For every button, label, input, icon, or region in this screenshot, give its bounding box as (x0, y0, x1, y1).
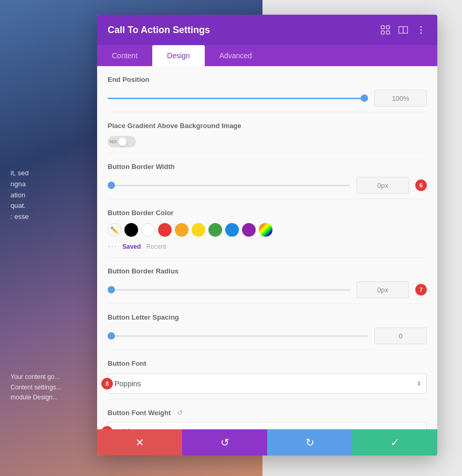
tabs-bar: Content Design Advanced (97, 45, 437, 66)
tab-content[interactable]: Content (97, 45, 152, 66)
split-icon[interactable] (397, 24, 409, 36)
section-border-color: Button Border Color ✏️ ··· Saved Recent (108, 199, 427, 258)
modal: Call To Action Settings (97, 15, 437, 456)
end-position-thumb[interactable] (361, 94, 368, 102)
modal-footer: ✕ ↺ ↻ ✓ (97, 429, 437, 456)
gradient-toggle-row: NO (108, 136, 427, 147)
save-button[interactable]: ✓ (352, 429, 437, 456)
border-radius-track (108, 289, 350, 291)
color-swatch-black[interactable] (124, 223, 138, 237)
color-pen-button[interactable]: ✏️ (108, 223, 121, 237)
color-swatch-white[interactable] (141, 223, 155, 237)
color-swatch-gradient[interactable] (259, 223, 272, 237)
border-width-track (108, 185, 350, 186)
border-radius-thumb[interactable] (108, 286, 115, 293)
border-width-label: Button Border Width (108, 163, 427, 171)
svg-rect-2 (381, 31, 384, 34)
section-letter-spacing: Button Letter Spacing (108, 304, 427, 350)
letter-spacing-slider[interactable] (108, 331, 368, 341)
color-saved-row: ··· Saved Recent (108, 241, 427, 252)
section-border-width: Button Border Width 6 (108, 153, 427, 199)
letter-spacing-track (108, 335, 368, 337)
svg-rect-1 (386, 26, 390, 29)
color-swatch-orange[interactable] (175, 223, 188, 237)
header-icons (380, 24, 427, 36)
border-width-input[interactable] (356, 177, 409, 194)
font-select-wrapper: 8 Poppins ⬍ (108, 374, 427, 394)
font-select[interactable]: Poppins (108, 374, 427, 394)
color-more-button[interactable]: ··· (108, 241, 117, 252)
color-palette: ✏️ (108, 223, 427, 237)
color-swatch-green[interactable] (208, 223, 222, 237)
font-weight-select[interactable]: Bold (108, 422, 427, 429)
font-weight-reset-icon[interactable]: ↺ (177, 409, 183, 417)
svg-point-8 (421, 33, 422, 34)
end-position-track (108, 98, 368, 99)
letter-spacing-slider-row (108, 327, 427, 344)
end-position-label: End Position (108, 76, 427, 83)
border-width-slider[interactable] (108, 180, 350, 191)
svg-rect-0 (381, 26, 384, 29)
border-radius-badge: 7 (415, 284, 427, 295)
font-badge: 8 (101, 378, 113, 389)
font-select-container: Poppins ⬍ (108, 374, 427, 394)
modal-title: Call To Action Settings (108, 25, 210, 36)
border-width-slider-row: 6 (108, 177, 427, 194)
gradient-toggle[interactable]: NO (108, 136, 136, 147)
end-position-slider[interactable] (108, 93, 368, 103)
font-weight-select-wrapper: 9 Bold ⬍ (108, 422, 427, 429)
modal-body: End Position Place Gradient Above Backgr… (97, 66, 437, 429)
border-width-thumb[interactable] (108, 182, 115, 189)
gradient-toggle-thumb (118, 137, 127, 146)
more-icon[interactable] (415, 24, 427, 36)
background-bottom-text: Your content go... Content settings... m… (0, 362, 94, 413)
color-swatch-red[interactable] (158, 223, 172, 237)
tab-design[interactable]: Design (152, 45, 205, 66)
section-font-weight: Button Font Weight ↺ 9 Bold ⬍ (108, 399, 427, 429)
background-body-text: it, sed ngna ation quat. : esse (0, 157, 94, 233)
modal-header: Call To Action Settings (97, 15, 437, 45)
reset-button[interactable]: ↺ (182, 429, 267, 456)
border-width-badge: 6 (415, 179, 427, 191)
border-radius-input[interactable] (356, 281, 409, 298)
letter-spacing-input[interactable] (374, 327, 427, 344)
font-weight-select-container: Bold ⬍ (108, 422, 427, 429)
section-font: Button Font 8 Poppins ⬍ (108, 350, 427, 399)
font-label: Button Font (108, 359, 427, 367)
cancel-button[interactable]: ✕ (97, 429, 182, 456)
border-radius-label: Button Border Radius (108, 267, 427, 275)
svg-rect-3 (386, 31, 390, 34)
letter-spacing-label: Button Letter Spacing (108, 313, 427, 321)
font-weight-label: Button Font Weight (108, 409, 171, 417)
border-color-label: Button Border Color (108, 209, 427, 217)
color-recent-label[interactable]: Recent (146, 243, 166, 250)
gradient-toggle-label: NO (110, 139, 117, 144)
color-saved-label[interactable]: Saved (122, 243, 141, 250)
section-border-radius: Button Border Radius 7 (108, 258, 427, 304)
font-weight-header-row: Button Font Weight ↺ (108, 409, 427, 417)
letter-spacing-thumb[interactable] (108, 332, 115, 340)
end-position-fill (108, 98, 368, 99)
tab-advanced[interactable]: Advanced (205, 45, 267, 66)
svg-point-7 (421, 29, 422, 31)
focus-icon[interactable] (380, 24, 391, 36)
color-swatch-blue[interactable] (225, 223, 239, 237)
section-gradient-above: Place Gradient Above Background Image NO (108, 112, 427, 153)
border-radius-slider-row: 7 (108, 281, 427, 298)
svg-point-6 (421, 26, 422, 28)
redo-button[interactable]: ↻ (267, 429, 352, 456)
end-position-input[interactable] (374, 90, 427, 107)
gradient-above-label: Place Gradient Above Background Image (108, 122, 427, 130)
color-swatch-purple[interactable] (242, 223, 256, 237)
end-position-slider-row (108, 90, 427, 107)
color-swatch-yellow[interactable] (192, 223, 205, 237)
section-end-position: End Position (108, 66, 427, 112)
border-radius-slider[interactable] (108, 284, 350, 295)
